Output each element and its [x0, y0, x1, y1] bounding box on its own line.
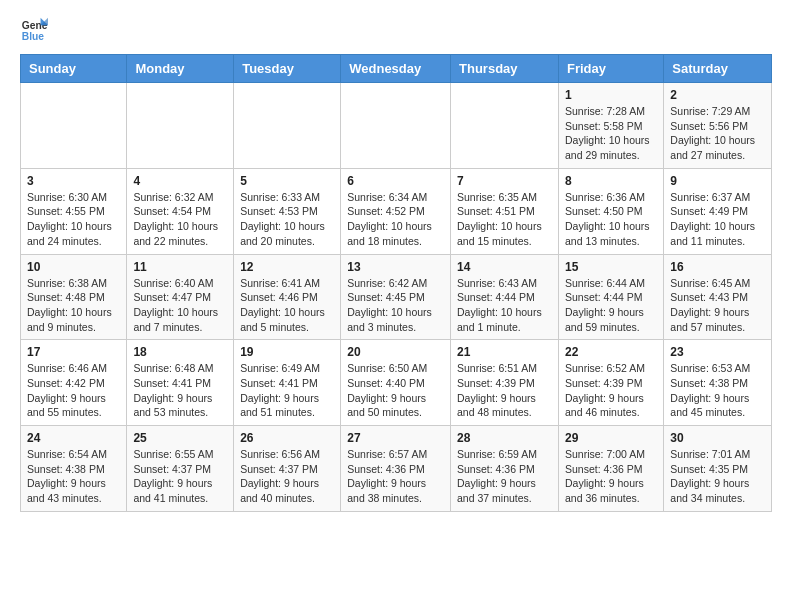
day-number: 29 [565, 431, 657, 445]
day-number: 21 [457, 345, 552, 359]
day-number: 15 [565, 260, 657, 274]
day-number: 9 [670, 174, 765, 188]
calendar-table: SundayMondayTuesdayWednesdayThursdayFrid… [20, 54, 772, 512]
calendar-cell: 12Sunrise: 6:41 AM Sunset: 4:46 PM Dayli… [234, 254, 341, 340]
calendar-cell: 7Sunrise: 6:35 AM Sunset: 4:51 PM Daylig… [451, 168, 559, 254]
calendar-cell: 14Sunrise: 6:43 AM Sunset: 4:44 PM Dayli… [451, 254, 559, 340]
calendar-cell: 4Sunrise: 6:32 AM Sunset: 4:54 PM Daylig… [127, 168, 234, 254]
day-number: 2 [670, 88, 765, 102]
day-info: Sunrise: 6:49 AM Sunset: 4:41 PM Dayligh… [240, 361, 334, 420]
day-number: 11 [133, 260, 227, 274]
calendar-cell: 6Sunrise: 6:34 AM Sunset: 4:52 PM Daylig… [341, 168, 451, 254]
calendar-cell: 25Sunrise: 6:55 AM Sunset: 4:37 PM Dayli… [127, 426, 234, 512]
calendar-cell: 29Sunrise: 7:00 AM Sunset: 4:36 PM Dayli… [558, 426, 663, 512]
day-info: Sunrise: 6:37 AM Sunset: 4:49 PM Dayligh… [670, 190, 765, 249]
calendar-cell: 3Sunrise: 6:30 AM Sunset: 4:55 PM Daylig… [21, 168, 127, 254]
calendar-cell: 19Sunrise: 6:49 AM Sunset: 4:41 PM Dayli… [234, 340, 341, 426]
calendar-header-monday: Monday [127, 55, 234, 83]
calendar-cell: 9Sunrise: 6:37 AM Sunset: 4:49 PM Daylig… [664, 168, 772, 254]
day-number: 17 [27, 345, 120, 359]
day-info: Sunrise: 6:45 AM Sunset: 4:43 PM Dayligh… [670, 276, 765, 335]
day-info: Sunrise: 6:46 AM Sunset: 4:42 PM Dayligh… [27, 361, 120, 420]
day-info: Sunrise: 6:55 AM Sunset: 4:37 PM Dayligh… [133, 447, 227, 506]
calendar-header-tuesday: Tuesday [234, 55, 341, 83]
calendar-cell [127, 83, 234, 169]
calendar-cell: 24Sunrise: 6:54 AM Sunset: 4:38 PM Dayli… [21, 426, 127, 512]
calendar-cell: 5Sunrise: 6:33 AM Sunset: 4:53 PM Daylig… [234, 168, 341, 254]
day-number: 19 [240, 345, 334, 359]
calendar-cell [341, 83, 451, 169]
calendar-cell: 23Sunrise: 6:53 AM Sunset: 4:38 PM Dayli… [664, 340, 772, 426]
day-info: Sunrise: 6:43 AM Sunset: 4:44 PM Dayligh… [457, 276, 552, 335]
calendar-week-4: 17Sunrise: 6:46 AM Sunset: 4:42 PM Dayli… [21, 340, 772, 426]
page-header: General Blue [20, 16, 772, 44]
day-info: Sunrise: 6:36 AM Sunset: 4:50 PM Dayligh… [565, 190, 657, 249]
logo: General Blue [20, 16, 48, 44]
day-info: Sunrise: 6:35 AM Sunset: 4:51 PM Dayligh… [457, 190, 552, 249]
day-info: Sunrise: 6:42 AM Sunset: 4:45 PM Dayligh… [347, 276, 444, 335]
day-number: 13 [347, 260, 444, 274]
day-number: 25 [133, 431, 227, 445]
calendar-header-row: SundayMondayTuesdayWednesdayThursdayFrid… [21, 55, 772, 83]
day-number: 27 [347, 431, 444, 445]
day-info: Sunrise: 6:52 AM Sunset: 4:39 PM Dayligh… [565, 361, 657, 420]
calendar-week-1: 1Sunrise: 7:28 AM Sunset: 5:58 PM Daylig… [21, 83, 772, 169]
calendar-cell: 1Sunrise: 7:28 AM Sunset: 5:58 PM Daylig… [558, 83, 663, 169]
day-info: Sunrise: 6:40 AM Sunset: 4:47 PM Dayligh… [133, 276, 227, 335]
calendar-week-3: 10Sunrise: 6:38 AM Sunset: 4:48 PM Dayli… [21, 254, 772, 340]
calendar-header-saturday: Saturday [664, 55, 772, 83]
day-number: 1 [565, 88, 657, 102]
day-info: Sunrise: 6:44 AM Sunset: 4:44 PM Dayligh… [565, 276, 657, 335]
day-number: 4 [133, 174, 227, 188]
calendar-header-thursday: Thursday [451, 55, 559, 83]
day-number: 6 [347, 174, 444, 188]
calendar-week-5: 24Sunrise: 6:54 AM Sunset: 4:38 PM Dayli… [21, 426, 772, 512]
calendar-cell [451, 83, 559, 169]
day-number: 26 [240, 431, 334, 445]
logo-icon: General Blue [20, 16, 48, 44]
calendar-cell [21, 83, 127, 169]
day-number: 30 [670, 431, 765, 445]
day-number: 28 [457, 431, 552, 445]
day-info: Sunrise: 6:32 AM Sunset: 4:54 PM Dayligh… [133, 190, 227, 249]
calendar-cell: 27Sunrise: 6:57 AM Sunset: 4:36 PM Dayli… [341, 426, 451, 512]
calendar-cell [234, 83, 341, 169]
day-number: 24 [27, 431, 120, 445]
calendar-header-friday: Friday [558, 55, 663, 83]
calendar-cell: 2Sunrise: 7:29 AM Sunset: 5:56 PM Daylig… [664, 83, 772, 169]
calendar-cell: 30Sunrise: 7:01 AM Sunset: 4:35 PM Dayli… [664, 426, 772, 512]
day-info: Sunrise: 6:33 AM Sunset: 4:53 PM Dayligh… [240, 190, 334, 249]
day-info: Sunrise: 6:53 AM Sunset: 4:38 PM Dayligh… [670, 361, 765, 420]
day-number: 16 [670, 260, 765, 274]
day-info: Sunrise: 6:34 AM Sunset: 4:52 PM Dayligh… [347, 190, 444, 249]
calendar-cell: 15Sunrise: 6:44 AM Sunset: 4:44 PM Dayli… [558, 254, 663, 340]
calendar-cell: 11Sunrise: 6:40 AM Sunset: 4:47 PM Dayli… [127, 254, 234, 340]
day-info: Sunrise: 6:57 AM Sunset: 4:36 PM Dayligh… [347, 447, 444, 506]
day-info: Sunrise: 6:30 AM Sunset: 4:55 PM Dayligh… [27, 190, 120, 249]
calendar-cell: 21Sunrise: 6:51 AM Sunset: 4:39 PM Dayli… [451, 340, 559, 426]
calendar-header-sunday: Sunday [21, 55, 127, 83]
calendar-cell: 20Sunrise: 6:50 AM Sunset: 4:40 PM Dayli… [341, 340, 451, 426]
day-info: Sunrise: 6:38 AM Sunset: 4:48 PM Dayligh… [27, 276, 120, 335]
day-info: Sunrise: 6:54 AM Sunset: 4:38 PM Dayligh… [27, 447, 120, 506]
day-number: 22 [565, 345, 657, 359]
day-info: Sunrise: 7:00 AM Sunset: 4:36 PM Dayligh… [565, 447, 657, 506]
calendar-cell: 17Sunrise: 6:46 AM Sunset: 4:42 PM Dayli… [21, 340, 127, 426]
calendar-cell: 22Sunrise: 6:52 AM Sunset: 4:39 PM Dayli… [558, 340, 663, 426]
day-info: Sunrise: 6:56 AM Sunset: 4:37 PM Dayligh… [240, 447, 334, 506]
calendar-cell: 10Sunrise: 6:38 AM Sunset: 4:48 PM Dayli… [21, 254, 127, 340]
calendar-week-2: 3Sunrise: 6:30 AM Sunset: 4:55 PM Daylig… [21, 168, 772, 254]
day-info: Sunrise: 7:01 AM Sunset: 4:35 PM Dayligh… [670, 447, 765, 506]
day-info: Sunrise: 6:51 AM Sunset: 4:39 PM Dayligh… [457, 361, 552, 420]
day-info: Sunrise: 6:48 AM Sunset: 4:41 PM Dayligh… [133, 361, 227, 420]
calendar-cell: 26Sunrise: 6:56 AM Sunset: 4:37 PM Dayli… [234, 426, 341, 512]
day-info: Sunrise: 7:28 AM Sunset: 5:58 PM Dayligh… [565, 104, 657, 163]
day-number: 8 [565, 174, 657, 188]
calendar-cell: 13Sunrise: 6:42 AM Sunset: 4:45 PM Dayli… [341, 254, 451, 340]
day-number: 20 [347, 345, 444, 359]
day-info: Sunrise: 6:50 AM Sunset: 4:40 PM Dayligh… [347, 361, 444, 420]
day-number: 3 [27, 174, 120, 188]
day-number: 5 [240, 174, 334, 188]
day-number: 12 [240, 260, 334, 274]
calendar-header-wednesday: Wednesday [341, 55, 451, 83]
